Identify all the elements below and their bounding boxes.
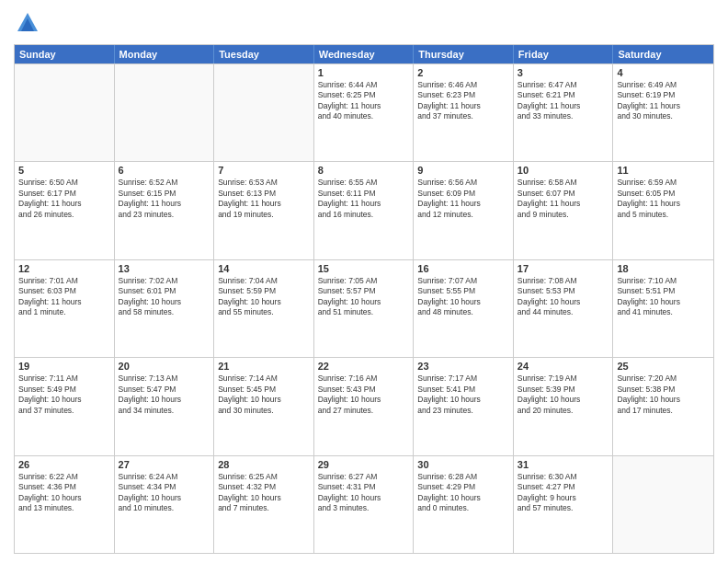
day-info: Sunrise: 7:07 AM Sunset: 5:55 PM Dayligh… <box>417 276 509 318</box>
logo-icon <box>14 9 41 37</box>
day-info: Sunrise: 7:20 AM Sunset: 5:38 PM Dayligh… <box>617 373 710 416</box>
day-info: Sunrise: 7:04 AM Sunset: 5:59 PM Dayligh… <box>218 276 310 318</box>
day-info: Sunrise: 7:16 AM Sunset: 5:43 PM Dayligh… <box>318 373 410 416</box>
day-info: Sunrise: 6:47 AM Sunset: 6:21 PM Dayligh… <box>518 80 609 122</box>
week-row-3: 19Sunrise: 7:11 AM Sunset: 5:49 PM Dayli… <box>15 357 713 454</box>
empty-cell <box>613 456 713 553</box>
day-info: Sunrise: 6:24 AM Sunset: 4:34 PM Dayligh… <box>119 472 210 514</box>
day-number: 24 <box>518 361 609 372</box>
empty-cell <box>214 64 314 161</box>
page: SundayMondayTuesdayWednesdayThursdayFrid… <box>0 0 728 563</box>
day-number: 8 <box>318 165 410 176</box>
day-info: Sunrise: 7:08 AM Sunset: 5:53 PM Dayligh… <box>518 276 609 318</box>
day-number: 14 <box>218 263 310 274</box>
day-cell-1: 1Sunrise: 6:44 AM Sunset: 6:25 PM Daylig… <box>314 64 415 161</box>
day-info: Sunrise: 6:52 AM Sunset: 6:15 PM Dayligh… <box>119 178 210 220</box>
day-cell-19: 19Sunrise: 7:11 AM Sunset: 5:49 PM Dayli… <box>15 358 115 454</box>
day-info: Sunrise: 6:25 AM Sunset: 4:32 PM Dayligh… <box>218 472 310 514</box>
day-info: Sunrise: 7:14 AM Sunset: 5:45 PM Dayligh… <box>218 373 310 416</box>
day-info: Sunrise: 6:49 AM Sunset: 6:19 PM Dayligh… <box>617 80 710 122</box>
day-cell-2: 2Sunrise: 6:46 AM Sunset: 6:23 PM Daylig… <box>414 64 514 161</box>
day-header-saturday: Saturday <box>613 45 713 63</box>
week-row-4: 26Sunrise: 6:22 AM Sunset: 4:36 PM Dayli… <box>15 455 713 553</box>
day-cell-12: 12Sunrise: 7:01 AM Sunset: 6:03 PM Dayli… <box>15 260 115 357</box>
day-info: Sunrise: 6:53 AM Sunset: 6:13 PM Dayligh… <box>218 178 310 220</box>
day-cell-21: 21Sunrise: 7:14 AM Sunset: 5:45 PM Dayli… <box>214 358 314 454</box>
day-info: Sunrise: 6:27 AM Sunset: 4:31 PM Dayligh… <box>318 472 410 514</box>
day-cell-25: 25Sunrise: 7:20 AM Sunset: 5:38 PM Dayli… <box>613 358 713 454</box>
week-row-2: 12Sunrise: 7:01 AM Sunset: 6:03 PM Dayli… <box>15 259 713 357</box>
day-cell-30: 30Sunrise: 6:28 AM Sunset: 4:29 PM Dayli… <box>414 456 514 553</box>
day-info: Sunrise: 7:19 AM Sunset: 5:39 PM Dayligh… <box>518 373 609 416</box>
day-number: 21 <box>218 361 310 372</box>
day-number: 25 <box>617 361 710 372</box>
day-number: 17 <box>518 263 609 274</box>
day-number: 12 <box>18 263 110 274</box>
day-cell-29: 29Sunrise: 6:27 AM Sunset: 4:31 PM Dayli… <box>314 456 415 553</box>
day-number: 15 <box>318 263 410 274</box>
day-number: 26 <box>18 459 110 470</box>
day-number: 30 <box>417 459 509 470</box>
header <box>14 9 714 37</box>
day-cell-31: 31Sunrise: 6:30 AM Sunset: 4:27 PM Dayli… <box>514 456 614 553</box>
day-info: Sunrise: 6:56 AM Sunset: 6:09 PM Dayligh… <box>417 178 509 220</box>
day-cell-22: 22Sunrise: 7:16 AM Sunset: 5:43 PM Dayli… <box>314 358 415 454</box>
day-info: Sunrise: 7:01 AM Sunset: 6:03 PM Dayligh… <box>18 276 110 318</box>
day-cell-10: 10Sunrise: 6:58 AM Sunset: 6:07 PM Dayli… <box>514 162 614 259</box>
day-number: 4 <box>617 67 710 78</box>
day-cell-7: 7Sunrise: 6:53 AM Sunset: 6:13 PM Daylig… <box>214 162 314 259</box>
day-info: Sunrise: 6:55 AM Sunset: 6:11 PM Dayligh… <box>318 178 410 220</box>
day-cell-24: 24Sunrise: 7:19 AM Sunset: 5:39 PM Dayli… <box>514 358 614 454</box>
day-number: 20 <box>119 361 210 372</box>
day-cell-9: 9Sunrise: 6:56 AM Sunset: 6:09 PM Daylig… <box>414 162 514 259</box>
week-row-1: 5Sunrise: 6:50 AM Sunset: 6:17 PM Daylig… <box>15 161 713 259</box>
day-cell-28: 28Sunrise: 6:25 AM Sunset: 4:32 PM Dayli… <box>214 456 314 553</box>
day-header-monday: Monday <box>115 45 215 63</box>
day-number: 18 <box>617 263 710 274</box>
day-info: Sunrise: 6:46 AM Sunset: 6:23 PM Dayligh… <box>417 80 509 122</box>
day-cell-8: 8Sunrise: 6:55 AM Sunset: 6:11 PM Daylig… <box>314 162 415 259</box>
day-number: 9 <box>417 165 509 176</box>
day-info: Sunrise: 7:11 AM Sunset: 5:49 PM Dayligh… <box>18 373 110 416</box>
day-cell-27: 27Sunrise: 6:24 AM Sunset: 4:34 PM Dayli… <box>115 456 215 553</box>
day-number: 16 <box>417 263 509 274</box>
day-cell-18: 18Sunrise: 7:10 AM Sunset: 5:51 PM Dayli… <box>613 260 713 357</box>
day-number: 31 <box>518 459 609 470</box>
day-info: Sunrise: 6:58 AM Sunset: 6:07 PM Dayligh… <box>518 178 609 220</box>
day-header-thursday: Thursday <box>414 45 514 63</box>
day-number: 11 <box>617 165 710 176</box>
day-cell-3: 3Sunrise: 6:47 AM Sunset: 6:21 PM Daylig… <box>514 64 614 161</box>
week-row-0: 1Sunrise: 6:44 AM Sunset: 6:25 PM Daylig… <box>15 63 713 161</box>
day-cell-26: 26Sunrise: 6:22 AM Sunset: 4:36 PM Dayli… <box>15 456 115 553</box>
day-number: 23 <box>417 361 509 372</box>
day-number: 7 <box>218 165 310 176</box>
day-header-tuesday: Tuesday <box>214 45 314 63</box>
day-cell-16: 16Sunrise: 7:07 AM Sunset: 5:55 PM Dayli… <box>414 260 514 357</box>
day-info: Sunrise: 6:30 AM Sunset: 4:27 PM Dayligh… <box>518 472 609 514</box>
empty-cell <box>15 64 115 161</box>
day-header-friday: Friday <box>514 45 614 63</box>
day-number: 19 <box>18 361 110 372</box>
day-info: Sunrise: 7:05 AM Sunset: 5:57 PM Dayligh… <box>318 276 410 318</box>
calendar-body: 1Sunrise: 6:44 AM Sunset: 6:25 PM Daylig… <box>15 63 713 553</box>
calendar: SundayMondayTuesdayWednesdayThursdayFrid… <box>14 44 714 554</box>
day-number: 1 <box>318 67 410 78</box>
day-number: 28 <box>218 459 310 470</box>
calendar-header: SundayMondayTuesdayWednesdayThursdayFrid… <box>15 45 713 63</box>
day-info: Sunrise: 6:50 AM Sunset: 6:17 PM Dayligh… <box>18 178 110 220</box>
day-header-sunday: Sunday <box>15 45 115 63</box>
day-number: 6 <box>119 165 210 176</box>
day-info: Sunrise: 6:44 AM Sunset: 6:25 PM Dayligh… <box>318 80 410 122</box>
day-info: Sunrise: 7:13 AM Sunset: 5:47 PM Dayligh… <box>119 373 210 416</box>
day-info: Sunrise: 6:22 AM Sunset: 4:36 PM Dayligh… <box>18 472 110 514</box>
day-number: 3 <box>518 67 609 78</box>
day-info: Sunrise: 7:17 AM Sunset: 5:41 PM Dayligh… <box>417 373 509 416</box>
day-info: Sunrise: 7:10 AM Sunset: 5:51 PM Dayligh… <box>617 276 710 318</box>
day-number: 13 <box>119 263 210 274</box>
day-info: Sunrise: 7:02 AM Sunset: 6:01 PM Dayligh… <box>119 276 210 318</box>
day-cell-17: 17Sunrise: 7:08 AM Sunset: 5:53 PM Dayli… <box>514 260 614 357</box>
day-info: Sunrise: 6:28 AM Sunset: 4:29 PM Dayligh… <box>417 472 509 514</box>
day-header-wednesday: Wednesday <box>314 45 415 63</box>
day-info: Sunrise: 6:59 AM Sunset: 6:05 PM Dayligh… <box>617 178 710 220</box>
day-cell-4: 4Sunrise: 6:49 AM Sunset: 6:19 PM Daylig… <box>613 64 713 161</box>
